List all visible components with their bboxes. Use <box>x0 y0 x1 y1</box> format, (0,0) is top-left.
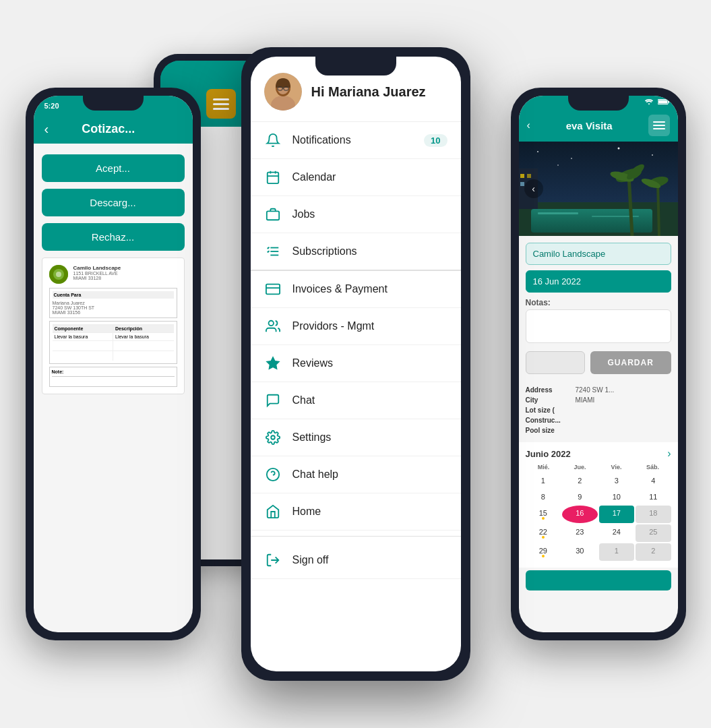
menu-item-subscriptions[interactable]: Subscriptions <box>251 233 461 271</box>
download-button[interactable]: Descarg... <box>42 189 185 216</box>
visit-form: Notas: GUARDAR <box>519 236 678 381</box>
notes-textarea[interactable] <box>526 309 671 343</box>
calendar-week-2: 8 9 10 11 <box>526 489 671 504</box>
people-icon <box>264 317 282 335</box>
status-icons-right <box>644 98 670 107</box>
svg-rect-30 <box>658 100 667 104</box>
greeting-text: Hi Mariana Juarez <box>311 84 426 100</box>
list-icon <box>264 243 282 260</box>
bottom-action-button[interactable] <box>526 570 671 590</box>
calendar-week-3: 15 16 17 18 <box>526 506 671 523</box>
address-value: 7240 SW 1... <box>576 386 615 394</box>
company-input[interactable] <box>526 243 671 265</box>
scene-background: ‹ <box>519 142 678 236</box>
settings-label: Settings <box>292 431 447 444</box>
address-label: Address <box>526 386 573 394</box>
menu-item-invoices[interactable]: Invoices & Payment <box>251 271 461 308</box>
menu-item-home[interactable]: Home <box>251 493 461 530</box>
cal-day-30[interactable]: 30 <box>562 543 598 561</box>
calendar-week-4: 22 23 24 25 <box>526 524 671 542</box>
subscriptions-label: Subscriptions <box>292 245 447 257</box>
calendar-month: Junio 2022 <box>526 449 571 459</box>
briefcase-icon <box>264 206 282 223</box>
notifications-badge: 10 <box>424 134 447 147</box>
accept-button[interactable]: Acept... <box>42 154 185 182</box>
phone-right-screen: ‹ eva Visita <box>519 96 678 632</box>
cal-day-10[interactable]: 10 <box>599 489 635 504</box>
cal-day-2[interactable]: 2 <box>562 473 598 488</box>
invoices-label: Invoices & Payment <box>292 283 447 295</box>
doc-address1: 1151 BRICKELL AVE <box>73 271 121 276</box>
home-icon <box>264 503 282 520</box>
phones-container: 5:20 ‹ Cotizac... Acept... Descarg... Re… <box>19 34 693 694</box>
menu-item-signoff[interactable]: Sign off <box>251 542 461 579</box>
providers-label: Providors - Mgmt <box>292 320 447 332</box>
city-label: City <box>526 396 573 404</box>
cal-day-25[interactable]: 25 <box>636 524 671 542</box>
date-field <box>526 270 671 293</box>
form-buttons: GUARDAR <box>526 351 671 374</box>
property-info: Address 7240 SW 1... City MIAMI Lot size… <box>519 381 678 442</box>
cal-day-18[interactable]: 18 <box>636 506 671 523</box>
notch-right <box>568 96 629 111</box>
phone-right: ‹ eva Visita <box>511 88 686 640</box>
calendar-container: Junio 2022 › Mié. Jue. Vie. Sáb. 1 2 3 4 <box>519 442 678 568</box>
scene-prev-arrow[interactable]: ‹ <box>524 179 543 198</box>
cal-day-15[interactable]: 15 <box>526 506 561 523</box>
menu-item-calendar[interactable]: Calendar <box>251 159 461 196</box>
cal-day-22[interactable]: 22 <box>526 524 561 542</box>
phone-left-screen: 5:20 ‹ Cotizac... Acept... Descarg... Re… <box>34 96 193 632</box>
svg-line-45 <box>658 182 659 236</box>
menu-item-jobs[interactable]: Jobs <box>251 196 461 233</box>
cal-day-11[interactable]: 11 <box>636 489 671 504</box>
svg-point-32 <box>537 151 538 152</box>
chathelp-label: Chat help <box>292 468 447 481</box>
cal-day-29[interactable]: 29 <box>526 543 561 561</box>
menu-item-chathelp[interactable]: Chat help <box>251 456 461 493</box>
header-title-left: Cotizac... <box>55 122 161 136</box>
svg-point-22 <box>268 321 273 326</box>
cal-day-1[interactable]: 1 <box>526 473 561 488</box>
day-wed: Mié. <box>526 464 562 471</box>
cal-day-9[interactable]: 9 <box>562 489 598 504</box>
cal-day-next-2[interactable]: 2 <box>636 543 671 561</box>
day-thu: Jue. <box>562 464 598 471</box>
help-icon <box>264 466 282 483</box>
phone-center: Hi Mariana Juarez Notifications 10 <box>241 47 470 681</box>
menu-item-chat[interactable]: Chat <box>251 382 461 419</box>
header-left: ‹ Cotizac... <box>34 115 193 144</box>
save-button-right[interactable]: GUARDAR <box>590 351 671 374</box>
chat-label: Chat <box>292 394 447 406</box>
cal-day-16[interactable]: 16 <box>562 506 598 523</box>
cal-day-4[interactable]: 4 <box>636 473 671 488</box>
cal-day-24[interactable]: 24 <box>599 524 635 542</box>
calendar-next[interactable]: › <box>667 448 671 460</box>
client-section-title: Cuenta Para <box>53 291 174 299</box>
back-button-left[interactable]: ‹ <box>44 121 49 137</box>
menu-item-notifications[interactable]: Notifications 10 <box>251 122 461 159</box>
svg-rect-49 <box>520 174 524 178</box>
menu-item-reviews[interactable]: Reviews <box>251 345 461 382</box>
cal-day-8[interactable]: 8 <box>526 489 561 504</box>
gear-icon <box>264 429 282 446</box>
cal-day-next-1[interactable]: 1 <box>599 543 635 561</box>
svg-rect-29 <box>668 101 669 103</box>
date-input[interactable] <box>526 270 671 293</box>
cal-day-17[interactable]: 17 <box>599 506 635 523</box>
menu-item-settings[interactable]: Settings <box>251 419 461 456</box>
document-preview: Camilo Landscape 1151 BRICKELL AVE MIAMI… <box>42 257 185 394</box>
menu-button-right[interactable] <box>648 115 670 136</box>
cal-day-23[interactable]: 23 <box>562 524 598 542</box>
header-right: ‹ eva Visita <box>519 109 678 142</box>
phone-center-screen: Hi Mariana Juarez Notifications 10 <box>251 57 461 671</box>
menu-item-providers[interactable]: Providors - Mgmt <box>251 308 461 345</box>
notes-label: Notas: <box>526 298 671 307</box>
cal-day-3[interactable]: 3 <box>599 473 635 488</box>
day-sat: Sáb. <box>635 464 671 471</box>
back-button-right[interactable]: ‹ <box>527 119 530 131</box>
cancel-button-right[interactable] <box>526 351 585 374</box>
calendar-week-5: 29 30 1 2 <box>526 543 671 561</box>
avatar <box>264 73 302 111</box>
reject-button[interactable]: Rechaz... <box>42 223 185 251</box>
svg-marker-23 <box>266 357 278 369</box>
